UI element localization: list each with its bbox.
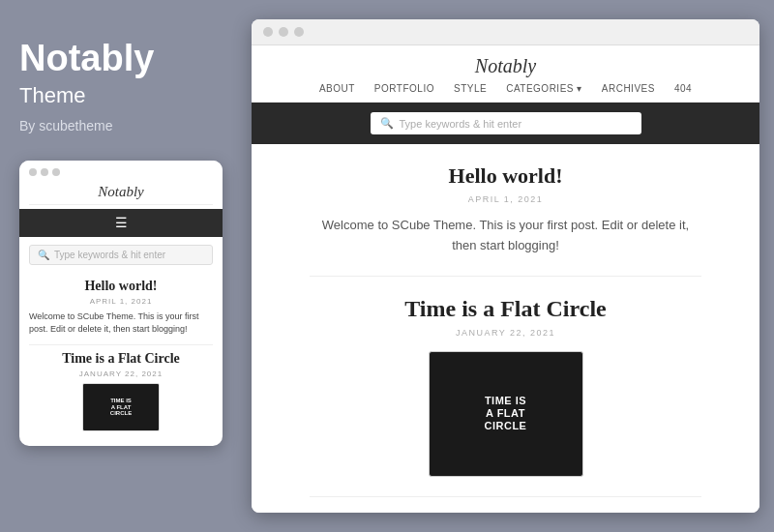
desktop-post2-date: JANUARY 22, 2021: [310, 328, 701, 338]
mobile-dot-1: [29, 168, 37, 176]
desktop-post2: Time is a Flat Circle JANUARY 22, 2021 T…: [310, 296, 701, 497]
desktop-post1-date: APRIL 1, 2021: [310, 194, 701, 204]
desktop-dark-bar: 🔍 Type keywords & hit enter: [252, 103, 759, 144]
desktop-dot-3: [294, 27, 304, 37]
desktop-search-box[interactable]: 🔍 Type keywords & hit enter: [371, 112, 641, 134]
left-panel: Notably Theme By scubetheme Notably ☰ 🔍 …: [0, 0, 242, 532]
left-title: Notably: [19, 39, 218, 79]
mobile-post2-date: JANUARY 22, 2021: [29, 369, 213, 378]
mobile-post1-excerpt: Welcome to SCube Theme. This is your fir…: [29, 310, 213, 337]
mobile-dots: [29, 168, 213, 176]
desktop-search-icon: 🔍: [380, 117, 394, 130]
mobile-post1-title: Hello world!: [29, 279, 213, 294]
mobile-thumb: TIME ISA FLATCIRCLE: [82, 383, 160, 431]
desktop-titlebar: [252, 19, 759, 45]
desktop-dot-1: [263, 27, 273, 37]
mobile-search-icon: 🔍: [38, 250, 49, 260]
left-subtitle: Theme: [19, 83, 218, 108]
mobile-site-title: Notably: [29, 182, 213, 205]
mobile-divider: [29, 344, 213, 345]
nav-portfolio[interactable]: PORTFOLIO: [374, 83, 434, 94]
desktop-post1-excerpt: Welcome to SCube Theme. This is your fir…: [310, 216, 701, 256]
mobile-post1-date: APRIL 1, 2021: [29, 297, 213, 306]
left-author: By scubetheme: [19, 118, 218, 133]
desktop-post2-title: Time is a Flat Circle: [310, 296, 701, 322]
desktop-mockup: Notably ABOUT PORTFOLIO STYLE CATEGORIES…: [252, 19, 759, 513]
mobile-thumb-area: TIME ISA FLATCIRCLE: [29, 383, 213, 431]
nav-categories[interactable]: CATEGORIES ▾: [506, 83, 582, 94]
desktop-search-placeholder: Type keywords & hit enter: [400, 118, 522, 130]
mobile-thumb-text: TIME ISA FLATCIRCLE: [110, 398, 132, 417]
mobile-nav-bar: ☰: [19, 209, 223, 237]
desktop-thumb-area: TIME ISA FLATCIRCLE: [310, 351, 701, 477]
desktop-thumb-text: TIME ISA FLATCIRCLE: [485, 395, 527, 433]
mobile-post2-title: Time is a Flat Circle: [29, 351, 213, 367]
desktop-dot-2: [279, 27, 288, 37]
desktop-site-header: Notably ABOUT PORTFOLIO STYLE CATEGORIES…: [252, 45, 759, 103]
nav-style[interactable]: STYLE: [454, 83, 487, 94]
desktop-nav: ABOUT PORTFOLIO STYLE CATEGORIES ▾ ARCHI…: [271, 83, 740, 94]
mobile-search-box[interactable]: 🔍 Type keywords & hit enter: [29, 245, 213, 265]
nav-about[interactable]: ABOUT: [319, 83, 355, 94]
desktop-main: Hello world! APRIL 1, 2021 Welcome to SC…: [252, 144, 759, 513]
mobile-dot-2: [41, 168, 48, 176]
desktop-post1-title: Hello world!: [310, 163, 701, 189]
mobile-mockup: Notably ☰ 🔍 Type keywords & hit enter He…: [19, 161, 223, 446]
desktop-thumb: TIME ISA FLATCIRCLE: [429, 351, 583, 477]
hamburger-icon: ☰: [115, 215, 128, 231]
nav-archives[interactable]: ARCHIVES: [602, 83, 655, 94]
mobile-content: Hello world! APRIL 1, 2021 Welcome to SC…: [19, 273, 223, 437]
nav-404[interactable]: 404: [674, 83, 692, 94]
mobile-search-placeholder: Type keywords & hit enter: [54, 250, 165, 260]
mobile-title-bar: Notably: [19, 161, 223, 209]
desktop-site-title: Notably: [271, 55, 740, 77]
mobile-dot-3: [52, 168, 60, 176]
desktop-post1: Hello world! APRIL 1, 2021 Welcome to SC…: [310, 163, 701, 277]
